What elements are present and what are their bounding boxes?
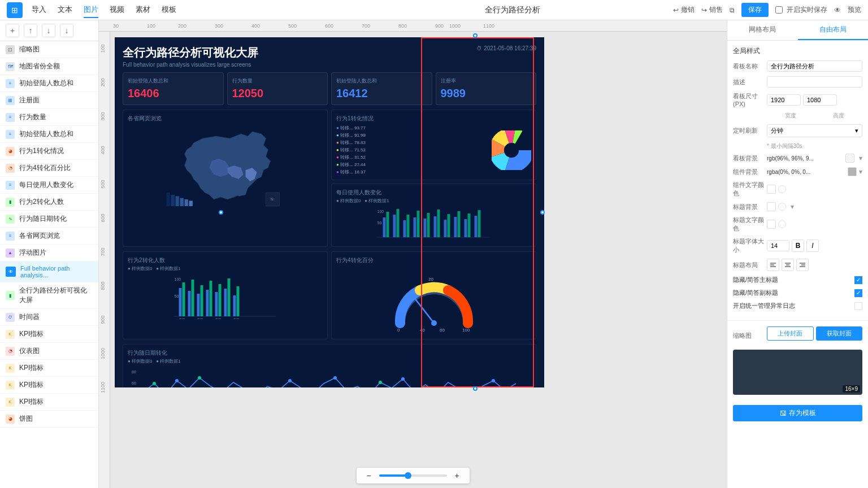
sidebar-item-kpi2[interactable]: K KPI指标	[0, 360, 98, 377]
sidebar-item-stat1[interactable]: ≡ 初始登陆人数总和	[0, 75, 98, 92]
sidebar-item-behavior-count[interactable]: ≡ 行为数量	[0, 109, 98, 126]
handle-right-middle[interactable]	[540, 210, 545, 215]
title-bg-circle[interactable]	[778, 203, 786, 211]
nav-video[interactable]: 视频	[110, 2, 124, 18]
svg-point-82	[431, 320, 437, 326]
board-bg-dropdown-arrow[interactable]: ▾	[859, 154, 862, 162]
behavior1-title: 行为1转化情况	[336, 115, 531, 123]
redo-button[interactable]: ↪ 销售	[701, 5, 723, 15]
refresh-dropdown[interactable]: 分钟 ▾	[767, 124, 862, 137]
nav-template[interactable]: 模板	[162, 2, 176, 18]
sidebar-item-province[interactable]: ≡ 各省网页浏览	[0, 228, 98, 245]
sidebar-item-timer[interactable]: ⏱ 时间器	[0, 309, 98, 326]
global-style-title: 全局样式	[733, 46, 862, 56]
sidebar-item-kpi1[interactable]: K KPI指标	[0, 326, 98, 343]
align-right-button[interactable]	[796, 259, 809, 271]
svg-rect-48	[424, 219, 427, 237]
sidebar-item-pie[interactable]: ◕ 饼图	[0, 411, 98, 428]
bold-button[interactable]: B	[792, 239, 804, 252]
sidebar-item-main-title[interactable]: ▮ 全行为路径分析可视化大屏	[0, 282, 98, 309]
sidebar-item-label: 行为2转化人数	[19, 197, 64, 207]
sidebar-item-register[interactable]: ▦ 注册面	[0, 92, 98, 109]
sidebar-item-behavior-date[interactable]: ∿ 行为随日期转化	[0, 211, 98, 228]
title-bg-arrow[interactable]: ▾	[791, 203, 794, 211]
svg-rect-53	[448, 214, 450, 237]
board-bg-value: rgb(96%, 96%, 9...	[767, 155, 845, 162]
board-bg-color-circle[interactable]	[845, 154, 854, 163]
open-log-checkbox[interactable]	[854, 302, 862, 310]
sidebar-item-thumbnail[interactable]: ⊡ 缩略图	[0, 41, 98, 58]
component-text-color-box[interactable]	[767, 185, 776, 194]
canvas-board[interactable]: 全行为路径分析可视化大屏 Full behavior path analysis…	[115, 37, 544, 387]
preview-button[interactable]: 预览	[848, 5, 861, 15]
sidebar-item-label: 全行为路径分析可视化大屏	[19, 286, 93, 305]
eye-active-icon: 👁	[6, 267, 16, 277]
stat-value-3: 16412	[336, 87, 427, 100]
zoom-slider[interactable]	[379, 474, 447, 477]
sidebar-item-behavior2[interactable]: ▮ 行为2转化人数	[0, 194, 98, 211]
save-template-button[interactable]: 🖫 存为模板	[733, 405, 862, 421]
nav-material[interactable]: 素材	[136, 2, 150, 18]
thumbnail-label-row: 缩略图 上传封面 获取封面	[733, 326, 862, 345]
sidebar-item-behavior1[interactable]: ◕ 行为1转化情况	[0, 143, 98, 160]
component-bg-color-box[interactable]	[848, 167, 857, 176]
zoom-controls: − +	[357, 468, 470, 483]
stat-value-2: 12050	[232, 87, 323, 100]
sidebar-item-daily-users[interactable]: ≡ 每日使用人数变化	[0, 177, 98, 194]
tool-add[interactable]: +	[6, 24, 19, 37]
zoom-out-button[interactable]: −	[363, 470, 375, 481]
hide-sub-title-checkbox[interactable]: ✓	[854, 289, 862, 297]
copy-button[interactable]: ⧉	[730, 6, 735, 14]
handle-bottom-center[interactable]	[473, 386, 478, 391]
component-text-color-circle[interactable]	[778, 185, 786, 193]
canvas-area: 30 100 200 300 400 500 600 700 800 900 1…	[99, 20, 727, 488]
sidebar-item-behavior4[interactable]: ◔ 行为4转化百分比	[0, 160, 98, 177]
board-height-input[interactable]	[803, 94, 837, 106]
sidebar-item-float-image[interactable]: ▲ 浮动图片	[0, 245, 98, 262]
sidebar-item-kpi3[interactable]: K KPI指标	[0, 377, 98, 394]
nav-import[interactable]: 导入	[32, 2, 46, 18]
svg-rect-73	[224, 289, 227, 316]
board-name-input[interactable]	[767, 60, 862, 72]
sidebar-item-map[interactable]: 🗺 地图省份全额	[0, 58, 98, 75]
nav-image[interactable]: 图片	[84, 2, 98, 18]
tool-download[interactable]: ↓	[60, 24, 73, 37]
title-font-size-input[interactable]	[767, 240, 789, 251]
sidebar-item-label: 注册面	[19, 95, 40, 105]
get-cover-button[interactable]: 获取封面	[816, 326, 863, 341]
sidebar-item-initial-login[interactable]: ≡ 初始登陆人数总和	[0, 126, 98, 143]
align-left-button[interactable]	[767, 259, 779, 271]
nav-text[interactable]: 文本	[58, 2, 72, 18]
title-bg-color-box[interactable]	[767, 202, 776, 211]
hide-main-title-checkbox[interactable]: ✓	[854, 276, 862, 284]
realtime-save-toggle[interactable]: 开启实时保存	[775, 5, 827, 15]
tab-free-layout[interactable]: 自由布局	[798, 20, 869, 40]
svg-rect-59	[478, 210, 481, 237]
sidebar-item-label: 初始登陆人数总和	[19, 129, 73, 139]
save-button[interactable]: 保存	[741, 3, 769, 17]
svg-rect-58	[475, 216, 478, 237]
description-input[interactable]	[767, 76, 862, 88]
tool-up[interactable]: ↑	[24, 24, 37, 37]
component-bg-arrow[interactable]: ▾	[859, 168, 862, 176]
sidebar-item-full-behavior[interactable]: 👁 Full behavior path analysis...	[0, 262, 98, 282]
top-navigation: ⊞ 导入 文本 图片 视频 素材 模板 全行为路径分析 ↩ 撤销 ↪ 销售 ⧉ …	[0, 0, 868, 20]
svg-text:100: 100	[377, 210, 384, 213]
tool-down[interactable]: ↓	[42, 24, 55, 37]
svg-point-96	[333, 376, 337, 380]
zoom-in-button[interactable]: +	[452, 470, 463, 481]
italic-button[interactable]: I	[806, 239, 819, 252]
svg-text:100: 100	[462, 328, 470, 333]
align-center-button[interactable]	[782, 259, 794, 271]
sidebar-item-gauge[interactable]: ◔ 仪表图	[0, 343, 98, 360]
tab-grid-layout[interactable]: 网格布局	[727, 20, 798, 40]
handle-top-center[interactable]	[473, 33, 478, 38]
hide-sub-title-label: 隐藏/简答副标题	[733, 289, 854, 297]
undo-button[interactable]: ↩ 撤销	[673, 5, 695, 15]
handle-left-middle[interactable]	[219, 210, 223, 215]
upload-cover-button[interactable]: 上传封面	[767, 326, 814, 341]
board-width-input[interactable]	[767, 94, 801, 106]
title-text-color-box[interactable]	[767, 220, 776, 229]
title-text-color-circle[interactable]	[778, 220, 786, 228]
sidebar-item-kpi4[interactable]: K KPI指标	[0, 394, 98, 411]
